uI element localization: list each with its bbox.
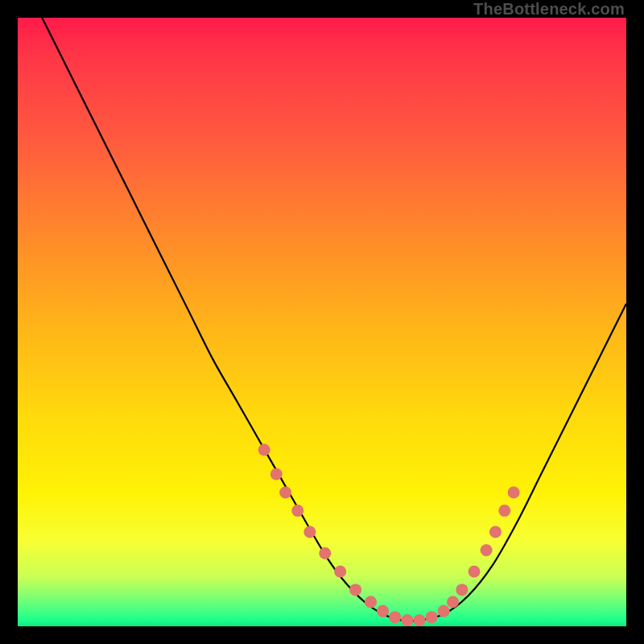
bottleneck-curve <box>42 18 626 621</box>
curve-marker <box>498 505 510 517</box>
curve-marker <box>508 486 520 498</box>
curve-marker <box>334 565 346 577</box>
curve-marker <box>426 611 438 623</box>
curve-marker <box>481 544 493 556</box>
marker-group <box>258 444 520 626</box>
curve-marker <box>438 605 450 617</box>
chart-frame <box>18 18 626 626</box>
curve-marker <box>456 584 468 596</box>
curve-marker <box>365 596 377 608</box>
curve-marker <box>401 614 413 626</box>
curve-marker <box>469 565 481 577</box>
curve-marker <box>447 596 459 608</box>
curve-marker <box>291 505 303 517</box>
curve-marker <box>279 486 291 498</box>
curve-marker <box>389 611 401 623</box>
curve-marker <box>413 614 425 626</box>
curve-marker <box>489 526 502 538</box>
curve-marker <box>258 444 270 456</box>
curve-marker <box>270 469 283 481</box>
watermark-text: TheBottleneck.com <box>473 0 625 19</box>
curve-marker <box>303 526 316 538</box>
curve-marker <box>319 547 331 559</box>
chart-overlay-svg <box>18 18 626 626</box>
curve-marker <box>349 584 361 596</box>
curve-marker <box>377 605 389 617</box>
